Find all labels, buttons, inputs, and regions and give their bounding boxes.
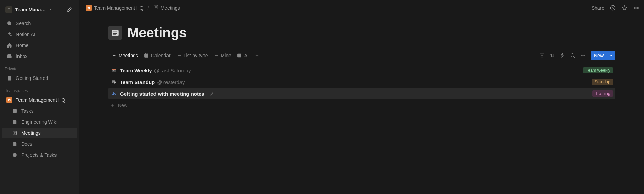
compose-button[interactable] (64, 5, 74, 14)
sidebar-home[interactable]: Home (2, 40, 77, 50)
sidebar-section-teamspaces: Teamspaces (0, 84, 79, 95)
db-controls: New (539, 51, 615, 60)
sparkle-icon (6, 31, 12, 37)
page-icon (12, 141, 18, 147)
workspace-switcher[interactable]: T Team Mana… (2, 3, 77, 16)
row-title: Getting started with meeting notes (120, 91, 205, 97)
db-list: Team Weekly @Last Saturday Team weekly T… (108, 64, 615, 111)
search-icon[interactable] (570, 53, 575, 58)
page-title[interactable]: Meetings (127, 25, 187, 40)
new-button: New (591, 51, 615, 60)
svg-point-9 (636, 7, 637, 8)
edit-icon[interactable] (209, 91, 214, 96)
svg-point-17 (571, 53, 574, 57)
star-icon[interactable] (621, 5, 628, 11)
topbar: Team Management HQ / Meetings Share (79, 0, 644, 15)
sidebar: T Team Mana… Search Notion AI Home Inbox… (0, 0, 79, 194)
db-tab-calendar[interactable]: Calendar (141, 49, 173, 62)
sidebar-inbox[interactable]: Inbox (2, 51, 77, 61)
workspace-badge: T (5, 6, 12, 13)
list-row[interactable]: Team Weekly @Last Saturday Team weekly (108, 64, 615, 76)
house-icon (86, 5, 92, 11)
house-icon (6, 97, 12, 103)
add-view-button[interactable] (252, 53, 262, 58)
page-icon (6, 75, 12, 81)
new-row-button[interactable]: New (108, 99, 615, 111)
sidebar-page-meetings[interactable]: Meetings (2, 128, 77, 138)
row-date: @Last Saturday (154, 68, 191, 73)
svg-rect-23 (113, 70, 114, 71)
share-button[interactable]: Share (592, 5, 604, 11)
svg-rect-14 (113, 34, 116, 35)
calendar-icon (110, 68, 118, 73)
chevron-down-icon (48, 7, 52, 12)
main: Team Management HQ / Meetings Share Meet… (79, 0, 644, 194)
workspace-name: Team Mana… (15, 7, 46, 12)
row-tag: Team weekly (583, 67, 613, 73)
list-icon (153, 4, 159, 11)
svg-point-10 (637, 7, 639, 8)
page-icon[interactable] (108, 26, 122, 40)
row-date: @Yesterday (157, 79, 185, 85)
row-tag: Training (592, 90, 613, 97)
svg-point-24 (113, 92, 114, 94)
svg-rect-15 (144, 54, 148, 57)
more-icon[interactable] (633, 5, 639, 11)
db-tab-listbytype[interactable]: List by type (173, 49, 211, 62)
automation-icon[interactable] (560, 53, 565, 58)
svg-point-5 (14, 155, 15, 155)
svg-rect-13 (113, 33, 117, 34)
sidebar-ai[interactable]: Notion AI (2, 29, 77, 39)
breadcrumb-page[interactable]: Meetings (152, 4, 182, 12)
db-tab-all[interactable]: All (234, 49, 252, 62)
list-row[interactable]: Getting started with meeting notes Train… (108, 88, 615, 99)
svg-point-20 (584, 55, 585, 56)
filter-icon[interactable] (539, 53, 545, 58)
sidebar-page-docs[interactable]: Docs (2, 139, 77, 149)
breadcrumb-separator: / (148, 5, 149, 11)
home-icon (6, 42, 12, 48)
row-tag: Standup (592, 79, 613, 85)
target-icon (12, 152, 18, 158)
list-row[interactable]: Team Standup @Yesterday Standup (108, 76, 615, 88)
db-view-tabs: Meetings Calendar List by type Mine All (108, 49, 615, 62)
more-icon[interactable] (580, 53, 586, 58)
people-icon (110, 91, 118, 96)
page-content: Meetings Meetings Calendar List by type (79, 15, 644, 194)
list-icon (12, 130, 18, 136)
history-icon[interactable] (610, 5, 616, 11)
svg-rect-12 (113, 31, 117, 32)
svg-point-18 (581, 55, 582, 56)
svg-point-0 (8, 22, 11, 25)
sidebar-page-projects[interactable]: Projects & Tasks (2, 150, 77, 160)
sidebar-search[interactable]: Search (2, 18, 77, 28)
chat-icon (110, 79, 118, 85)
db-tab-meetings[interactable]: Meetings (108, 49, 141, 62)
teamspace-home[interactable]: Team Management HQ (2, 95, 77, 105)
svg-point-8 (634, 7, 635, 8)
row-title: Team Standup (120, 79, 155, 85)
sidebar-section-private: Private (0, 62, 79, 73)
sidebar-page-tasks[interactable]: Tasks (2, 106, 77, 116)
db-tab-mine[interactable]: Mine (210, 49, 234, 62)
page-title-row: Meetings (108, 25, 615, 40)
book-icon (12, 119, 18, 125)
svg-point-19 (583, 55, 583, 56)
svg-point-25 (114, 93, 115, 94)
svg-rect-16 (237, 54, 241, 57)
sort-icon[interactable] (549, 53, 555, 58)
sidebar-page-wiki[interactable]: Engineering Wiki (2, 117, 77, 127)
inbox-icon (6, 53, 12, 59)
search-icon (6, 20, 12, 26)
svg-rect-22 (112, 69, 116, 70)
row-title: Team Weekly (120, 68, 152, 73)
checkbox-icon (12, 108, 18, 114)
new-button-label[interactable]: New (591, 53, 607, 58)
breadcrumb: Team Management HQ / Meetings (84, 4, 181, 12)
topbar-actions: Share (592, 5, 639, 11)
new-button-dropdown[interactable] (607, 51, 615, 60)
breadcrumb-root[interactable]: Team Management HQ (84, 4, 145, 12)
sidebar-page-getting-started[interactable]: Getting Started (2, 73, 77, 83)
